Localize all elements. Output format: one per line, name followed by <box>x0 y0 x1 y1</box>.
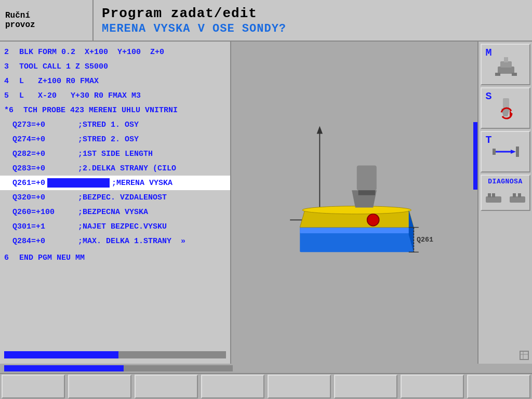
spindle-icon <box>490 96 521 121</box>
sidebar-btn-diagnosa[interactable]: DIAGNOSA <box>481 175 530 211</box>
code-scrollbar[interactable] <box>4 351 226 358</box>
code-line-q260: Q260=+100 ;BEZPECNA VYSKA <box>0 205 230 219</box>
code-panel: 2 BLK FORM 0.2 X+100 Y+100 Z+0 3 TOOL CA… <box>0 42 231 364</box>
q261-input-box[interactable] <box>47 178 110 188</box>
svg-rect-39 <box>520 351 528 360</box>
h-scrollbar[interactable] <box>4 365 233 371</box>
code-line-6: *6 TCH PROBE 423 MERENI UHLU VNITRNI <box>0 103 230 117</box>
code-line-4: 4 L Z+100 R0 FMAX <box>0 74 230 88</box>
bottom-bar <box>0 364 532 373</box>
sidebar-accent-bar <box>473 122 477 190</box>
main-row: 2 BLK FORM 0.2 X+100 Y+100 Z+0 3 TOOL CA… <box>0 42 532 364</box>
corner-icon <box>519 350 529 361</box>
sidebar: M S <box>477 42 532 364</box>
diagnosa-icon <box>485 188 526 207</box>
header: Ruční provoz Program zadat/edit MERENA V… <box>0 0 532 42</box>
svg-text:Q261: Q261 <box>417 236 433 244</box>
code-line-end: 6 END PGM NEU MM <box>0 250 230 265</box>
svg-rect-35 <box>492 193 495 197</box>
svg-rect-21 <box>495 73 500 76</box>
svg-rect-6 <box>300 228 414 233</box>
btn-t-letter: T <box>486 134 492 146</box>
sidebar-btn-s[interactable]: S <box>481 87 530 129</box>
svg-rect-36 <box>510 196 525 203</box>
h-scrollbar-thumb[interactable] <box>4 365 124 371</box>
fkey-2[interactable] <box>68 375 131 398</box>
svg-rect-38 <box>518 193 521 197</box>
fkey-1[interactable] <box>2 375 65 398</box>
code-line-q320: Q320=+0 ;BEZPEC. VZDALENOST <box>0 190 230 205</box>
title-sub: MERENA VYSKA V OSE SONDY? <box>102 22 524 35</box>
code-line-3: 3 TOOL CALL 1 Z S5000 <box>0 59 230 74</box>
svg-marker-30 <box>493 149 496 155</box>
code-line-q273: Q273=+0 ;STRED 1. OSY <box>0 117 230 132</box>
code-line-q261[interactable]: Q261=+0 ;MERENA VYSKA <box>0 176 230 190</box>
code-scrollbar-thumb[interactable] <box>4 351 118 358</box>
svg-marker-28 <box>511 150 516 154</box>
svg-rect-22 <box>512 73 517 76</box>
btn-m-letter: M <box>486 47 492 59</box>
code-line-5: 5 L X-20 Y+30 R0 FMAX M3 <box>0 88 230 103</box>
svg-marker-32 <box>516 147 519 157</box>
svg-rect-12 <box>358 190 375 195</box>
code-line-q284: Q284=+0 ;MAX. DELKA 1.STRANY » <box>0 234 230 248</box>
mode-line2: provoz <box>5 20 35 30</box>
mode-line1: Ruční <box>5 11 30 20</box>
fkey-5[interactable] <box>268 375 331 398</box>
diagnosa-label: DIAGNOSA <box>484 178 527 185</box>
svg-rect-20 <box>504 57 508 62</box>
code-line-q301: Q301=+1 ;NAJET BEZPEC.VYSKU <box>0 219 230 234</box>
btn-s-letter: S <box>486 90 492 102</box>
fkey-7[interactable] <box>401 375 464 398</box>
svg-point-13 <box>367 214 379 226</box>
fkey-3[interactable] <box>135 375 198 398</box>
tool-icon <box>490 139 521 164</box>
svg-rect-23 <box>503 98 509 109</box>
title-area: Program zadat/edit MERENA VYSKA V OSE SO… <box>94 0 532 41</box>
svg-marker-1 <box>317 126 323 134</box>
code-line-q282: Q282=+0 ;1ST SIDE LENGTH <box>0 147 230 161</box>
svg-rect-37 <box>513 193 516 197</box>
sidebar-btn-m[interactable]: M <box>481 44 530 85</box>
graphic-panel: Q261 <box>231 42 477 364</box>
code-line-q274: Q274=+0 ;STRED 2. OSY <box>0 132 230 147</box>
fkey-6[interactable] <box>334 375 397 398</box>
code-line-q283: Q283=+0 ;2.DELKA STRANY (CILO <box>0 161 230 176</box>
title-main: Program zadat/edit <box>102 6 524 21</box>
svg-rect-18 <box>498 66 514 74</box>
fkey-8[interactable] <box>467 375 530 398</box>
funckeys-row <box>0 373 532 399</box>
svg-rect-10 <box>357 166 377 191</box>
mode-label: Ruční provoz <box>0 0 94 41</box>
machine-icon <box>490 52 521 77</box>
code-line-2: 2 BLK FORM 0.2 X+100 Y+100 Z+0 <box>0 45 230 59</box>
fkey-4[interactable] <box>201 375 264 398</box>
machine-graphic: Q261 <box>250 119 458 286</box>
svg-rect-34 <box>488 193 491 197</box>
sidebar-btn-t[interactable]: T <box>481 131 530 172</box>
